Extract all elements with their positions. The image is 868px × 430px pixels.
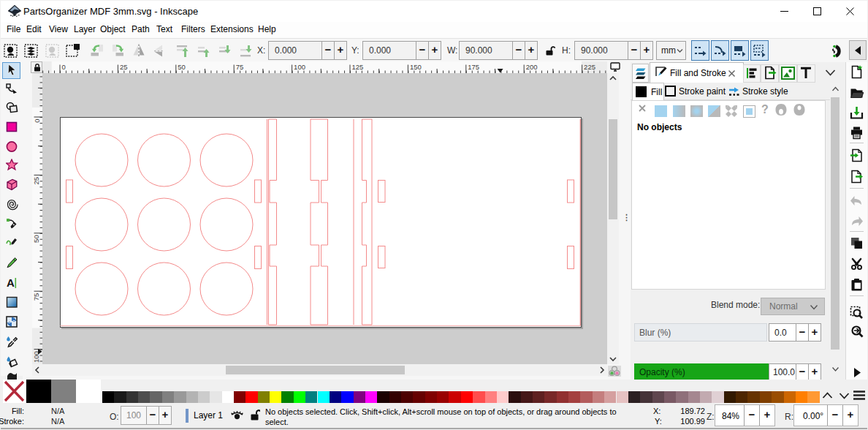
svg-text:A: A [7,276,15,289]
svg-text:150: 150 [410,63,422,71]
svg-text:50: 50 [178,63,186,71]
svg-text:75: 75 [33,293,41,301]
svg-text:125: 125 [352,63,364,71]
svg-text:0: 0 [62,63,66,71]
svg-text:75: 75 [236,63,244,71]
svg-text:200: 200 [526,63,538,71]
svg-text:225: 225 [584,63,595,71]
svg-text:25: 25 [33,177,41,185]
svg-text:50: 50 [33,235,41,243]
svg-text:100: 100 [294,63,305,71]
svg-text:175: 175 [468,63,479,71]
svg-text:0: 0 [33,119,41,123]
svg-text:25: 25 [120,63,128,71]
